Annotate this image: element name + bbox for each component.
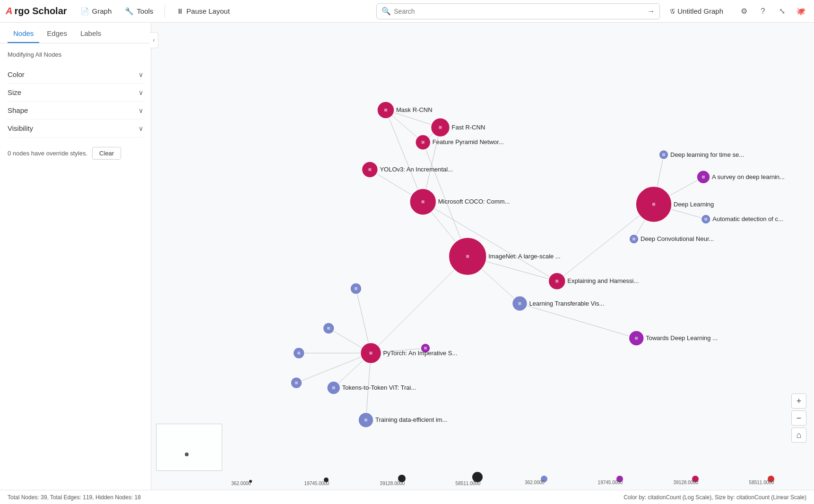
color-property-row[interactable]: Color ∨ bbox=[8, 66, 143, 84]
visibility-label: Visibility bbox=[8, 124, 33, 132]
nodes-group bbox=[291, 102, 710, 427]
search-bar: 🔍 → bbox=[376, 3, 660, 19]
svg-text:Deep Convolutional Neur...: Deep Convolutional Neur... bbox=[641, 235, 714, 242]
svg-rect-52 bbox=[519, 302, 521, 305]
svg-text:Training data-efficient im...: Training data-efficient im... bbox=[375, 416, 447, 423]
svg-text:362.0000: 362.0000 bbox=[525, 480, 545, 485]
help-button[interactable]: ? bbox=[755, 4, 771, 19]
svg-text:Fast R-CNN: Fast R-CNN bbox=[452, 124, 485, 131]
svg-text:19745.0000: 19745.0000 bbox=[304, 481, 329, 486]
minimap bbox=[156, 424, 222, 471]
svg-rect-32 bbox=[368, 168, 371, 171]
svg-rect-48 bbox=[632, 238, 635, 240]
svg-text:19745.0000: 19745.0000 bbox=[598, 480, 623, 485]
svg-rect-42 bbox=[662, 154, 665, 156]
svg-text:Explaining and Harnessi...: Explaining and Harnessi... bbox=[567, 277, 639, 284]
svg-rect-46 bbox=[704, 218, 707, 221]
shape-label: Shape bbox=[8, 106, 28, 114]
svg-rect-36 bbox=[466, 255, 469, 258]
color-legend-svg: 362.0000 19745.0000 39128.0000 58511.000… bbox=[520, 472, 814, 486]
graph-nav-icon: 📄 bbox=[80, 7, 89, 16]
svg-rect-68 bbox=[295, 382, 298, 384]
tools-nav-item[interactable]: 🔧 Tools bbox=[119, 4, 159, 18]
logo-text: rgo Scholar bbox=[14, 6, 67, 17]
svg-rect-40 bbox=[652, 203, 655, 206]
labels-group: Mask R-CNNFast R-CNNFeature Pyramid Netw… bbox=[342, 106, 785, 423]
svg-text:Towards Deep Learning ...: Towards Deep Learning ... bbox=[646, 334, 718, 342]
zoom-out-button[interactable]: − bbox=[791, 410, 806, 426]
pause-label: Pause Layout bbox=[186, 7, 230, 15]
tab-edges[interactable]: Edges bbox=[41, 23, 73, 43]
graph-svg: Mask R-CNNFast R-CNNFeature Pyramid Netw… bbox=[151, 23, 814, 490]
sidebar-toggle-button[interactable]: ‹ bbox=[150, 32, 158, 48]
zoom-in-button[interactable]: + bbox=[791, 393, 806, 409]
clear-button[interactable]: Clear bbox=[92, 147, 121, 160]
minimap-dot bbox=[185, 453, 189, 456]
svg-text:58511.0000: 58511.0000 bbox=[456, 481, 481, 486]
modifying-label: Modifying All Nodes bbox=[8, 51, 143, 58]
svg-line-24 bbox=[423, 202, 557, 281]
size-legend-svg: 362.0000 19745.0000 39128.0000 58511.000… bbox=[227, 472, 520, 486]
svg-rect-62 bbox=[327, 327, 330, 330]
svg-rect-56 bbox=[332, 386, 335, 389]
search-input[interactable] bbox=[394, 8, 647, 15]
svg-rect-50 bbox=[555, 280, 558, 282]
svg-text:362.0000: 362.0000 bbox=[231, 481, 251, 486]
svg-text:ImageNet: A large-scale ...: ImageNet: A large-scale ... bbox=[488, 253, 560, 260]
github-button[interactable]: 🐙 bbox=[793, 4, 808, 19]
project-title-label: Untitled Graph bbox=[677, 7, 723, 15]
project-title[interactable]: 𝒢 Untitled Graph bbox=[664, 4, 729, 18]
search-icon: 🔍 bbox=[381, 7, 391, 16]
graph-canvas[interactable]: Mask R-CNNFast R-CNNFeature Pyramid Netw… bbox=[151, 23, 814, 490]
svg-rect-26 bbox=[384, 109, 387, 111]
svg-text:Microsoft COCO: Comm...: Microsoft COCO: Comm... bbox=[438, 198, 510, 205]
logo-a: A bbox=[6, 6, 12, 17]
color-chevron-icon: ∨ bbox=[139, 71, 143, 78]
header-nav: 📄 Graph 🔧 Tools bbox=[75, 4, 159, 18]
project-icon: 𝒢 bbox=[669, 7, 675, 16]
tools-nav-label: Tools bbox=[137, 7, 153, 15]
svg-rect-44 bbox=[702, 176, 705, 179]
sidebar-content: Modifying All Nodes Color ∨ Size ∨ Shape… bbox=[0, 43, 151, 490]
size-chevron-icon: ∨ bbox=[139, 89, 143, 96]
svg-text:Mask R-CNN: Mask R-CNN bbox=[396, 106, 433, 113]
tab-labels[interactable]: Labels bbox=[75, 23, 107, 43]
search-arrow-icon[interactable]: → bbox=[647, 7, 655, 16]
collapse-button[interactable]: ⤡ bbox=[774, 4, 789, 19]
svg-text:Deep Learning: Deep Learning bbox=[674, 201, 714, 208]
svg-text:Learning Transferable Vis...: Learning Transferable Vis... bbox=[529, 300, 605, 307]
svg-rect-54 bbox=[635, 337, 638, 340]
status-bar: Total Nodes: 39, Total Edges: 119, Hidde… bbox=[0, 490, 814, 504]
legend: 362.0000 19745.0000 39128.0000 58511.000… bbox=[227, 472, 814, 486]
pause-layout-button[interactable]: ⏸ Pause Layout bbox=[171, 4, 235, 18]
color-label: Color bbox=[8, 70, 25, 78]
svg-text:Tokens-to-Token ViT: Trai...: Tokens-to-Token ViT: Trai... bbox=[342, 384, 416, 391]
svg-rect-30 bbox=[422, 141, 424, 144]
zoom-reset-button[interactable]: ⌂ bbox=[791, 427, 806, 443]
status-right: Color by: citationCount (Log Scale), Siz… bbox=[623, 494, 806, 501]
header: A rgo Scholar 📄 Graph 🔧 Tools ⏸ Pause La… bbox=[0, 0, 814, 23]
svg-text:PyTorch: An Imperative S...: PyTorch: An Imperative S... bbox=[383, 350, 458, 357]
header-icons: ⚙ ? ⤡ 🐙 bbox=[736, 4, 808, 19]
svg-text:Feature Pyramid Networ...: Feature Pyramid Networ... bbox=[433, 138, 504, 145]
sidebar: ‹ Nodes Edges Labels Modifying All Nodes… bbox=[0, 23, 151, 490]
tools-nav-icon: 🔧 bbox=[125, 7, 134, 16]
svg-rect-60 bbox=[355, 287, 357, 290]
svg-text:Deep learning for time se...: Deep learning for time se... bbox=[670, 151, 744, 158]
svg-line-2 bbox=[386, 110, 423, 202]
override-row: 0 nodes have override styles. Clear bbox=[8, 147, 143, 160]
main-layout: ‹ Nodes Edges Labels Modifying All Nodes… bbox=[0, 23, 814, 490]
size-legend: 362.0000 19745.0000 39128.0000 58511.000… bbox=[227, 472, 814, 486]
graph-nav-item[interactable]: 📄 Graph bbox=[75, 4, 118, 18]
pause-icon: ⏸ bbox=[176, 7, 183, 15]
svg-text:YOLOv3: An Incremental...: YOLOv3: An Incremental... bbox=[380, 166, 453, 173]
shape-property-row[interactable]: Shape ∨ bbox=[8, 102, 143, 120]
svg-rect-58 bbox=[364, 419, 367, 421]
visibility-property-row[interactable]: Visibility ∨ bbox=[8, 120, 143, 137]
settings-button[interactable]: ⚙ bbox=[736, 4, 752, 19]
status-left: Total Nodes: 39, Total Edges: 119, Hidde… bbox=[8, 494, 141, 501]
tab-nodes[interactable]: Nodes bbox=[8, 23, 39, 43]
svg-line-21 bbox=[296, 353, 371, 383]
size-property-row[interactable]: Size ∨ bbox=[8, 84, 143, 102]
svg-rect-28 bbox=[439, 126, 442, 129]
